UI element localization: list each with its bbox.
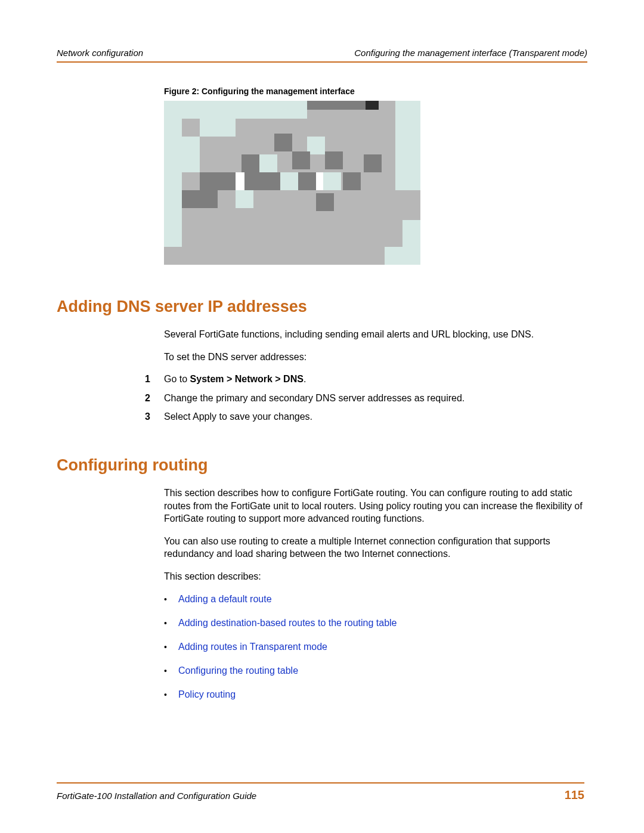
step-1: 1 Go to System > Network > DNS. xyxy=(164,373,587,386)
step-text: Change the primary and secondary DNS ser… xyxy=(164,392,587,405)
step-text: Select Apply to save your changes. xyxy=(164,410,587,423)
dns-body: Several FortiGate functions, including s… xyxy=(164,328,587,423)
step-number: 2 xyxy=(145,392,164,405)
link-transparent-routes[interactable]: Adding routes in Transparent mode xyxy=(178,640,327,654)
bullet-icon: • xyxy=(164,640,178,654)
page: Network configuration Configuring the ma… xyxy=(0,0,644,833)
step-3: 3 Select Apply to save your changes. xyxy=(164,410,587,423)
step-number: 3 xyxy=(145,410,164,423)
list-item: • Configuring the routing table xyxy=(164,664,587,677)
list-item: • Adding a default route xyxy=(164,593,587,606)
page-footer: FortiGate-100 Installation and Configura… xyxy=(57,782,584,802)
bullet-icon: • xyxy=(164,688,178,701)
page-number: 115 xyxy=(565,788,584,802)
figure-caption: Figure 2: Configuring the management int… xyxy=(164,86,587,96)
step-post: . xyxy=(304,374,306,384)
footer-title: FortiGate-100 Installation and Configura… xyxy=(57,791,256,801)
link-destination-routes[interactable]: Adding destination-based routes to the r… xyxy=(178,617,397,630)
bullet-icon: • xyxy=(164,664,178,677)
dns-intro: Several FortiGate functions, including s… xyxy=(164,328,587,341)
heading-routing: Configuring routing xyxy=(57,456,587,475)
list-item: • Adding destination-based routes to the… xyxy=(164,617,587,630)
figure-image xyxy=(164,101,420,265)
content: Figure 2: Configuring the management int… xyxy=(57,63,587,701)
figure-block: Figure 2: Configuring the management int… xyxy=(164,86,587,265)
dns-lead: To set the DNS server addresses: xyxy=(164,351,587,364)
bullet-icon: • xyxy=(164,593,178,606)
header-left: Network configuration xyxy=(57,48,143,58)
routing-body: This section describes how to configure … xyxy=(164,487,587,701)
step-number: 1 xyxy=(145,373,164,386)
routing-p2: You can also use routing to create a mul… xyxy=(164,535,587,561)
list-item: • Adding routes in Transparent mode xyxy=(164,640,587,654)
routing-p3: This section describes: xyxy=(164,570,587,583)
step-2: 2 Change the primary and secondary DNS s… xyxy=(164,392,587,405)
heading-dns: Adding DNS server IP addresses xyxy=(57,298,587,316)
step-pre: Go to xyxy=(164,374,190,384)
link-default-route[interactable]: Adding a default route xyxy=(178,593,272,606)
step-text: Go to System > Network > DNS. xyxy=(164,373,587,386)
bullet-icon: • xyxy=(164,617,178,630)
dns-steps: 1 Go to System > Network > DNS. 2 Change… xyxy=(164,373,587,423)
page-header: Network configuration Configuring the ma… xyxy=(57,48,587,63)
step-bold: System > Network > DNS xyxy=(190,374,304,384)
header-right: Configuring the management interface (Tr… xyxy=(354,48,587,58)
list-item: • Policy routing xyxy=(164,688,587,701)
link-routing-table[interactable]: Configuring the routing table xyxy=(178,664,298,677)
link-policy-routing[interactable]: Policy routing xyxy=(178,688,236,701)
routing-p1: This section describes how to configure … xyxy=(164,487,587,525)
routing-links: • Adding a default route • Adding destin… xyxy=(164,593,587,701)
